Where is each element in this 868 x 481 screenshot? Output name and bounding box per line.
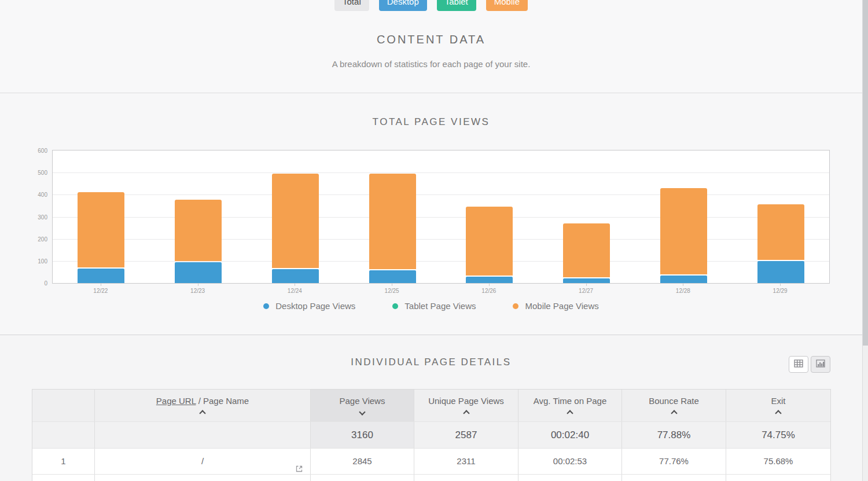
legend-item-mobile-page-views[interactable]: Mobile Page Views [513,301,598,311]
page-subtitle: A breakdown of statistics for each page … [0,59,862,69]
sort-desc-caret-icon [359,409,365,415]
bar-segment-desktop-page-views-12-22[interactable] [78,269,124,283]
column-header-page-views[interactable]: Page Views [311,390,414,421]
page-url-link[interactable]: / [201,456,204,466]
value-cell: 00:02:53 [518,449,622,474]
summary-cell: 77.88% [622,422,726,448]
value-cell: 2845 [311,449,414,474]
bar-segment-mobile-page-views-12-25[interactable] [369,174,416,269]
chart-plot [52,150,830,284]
bar-segment-mobile-page-views-12-24[interactable] [272,174,319,268]
value-cell: 68.72% [726,475,830,481]
y-axis-tick-label: 200 [22,236,47,243]
device-filter-bar: TotalDesktopTabletMobile [0,0,862,11]
column-header-index [32,390,95,421]
chart-view-button[interactable] [811,356,830,373]
device-filter-total[interactable]: Total [334,0,369,11]
gridline [53,261,829,262]
bar-segment-mobile-page-views-12-29[interactable] [757,204,804,259]
column-header-label: Avg. Time on Page [534,396,606,406]
sort-asc-caret-icon [463,410,469,416]
total-page-views-section: TOTAL PAGE VIEWS 0100200300400500600 12/… [0,93,862,335]
table-summary-row: 3160258700:02:4077.88%74.75% [32,422,830,449]
gridline [53,194,829,195]
device-filter-mobile[interactable]: Mobile [486,0,528,11]
page-url-cell: / [95,449,311,474]
table-view-button[interactable] [789,356,808,373]
device-filter-tablet[interactable]: Tablet [437,0,476,11]
bar-segment-desktop-page-views-12-24[interactable] [272,269,319,283]
x-axis-tick-label: 12/26 [440,288,538,294]
bar-segment-desktop-page-views-12-26[interactable] [466,277,513,283]
analytics-page: TotalDesktopTabletMobile CONTENT DATA A … [0,0,868,481]
device-filter-desktop[interactable]: Desktop [379,0,427,11]
bar-segment-mobile-page-views-12-27[interactable] [563,223,610,277]
column-header-unique-page-views[interactable]: Unique Page Views [414,390,518,421]
table-grid-icon [794,359,803,370]
row-index-cell: 2 [32,475,95,481]
row-index-cell: 1 [32,449,95,474]
y-axis-tick-label: 100 [22,258,47,265]
bar-segment-desktop-page-views-12-23[interactable] [175,262,222,283]
table-header-row: Page URL / Page NamePage ViewsUnique Pag… [32,390,830,422]
column-header-label: Page Views [340,396,385,406]
summary-cell: 3160 [311,422,414,448]
column-header-label: Unique Page Views [428,396,504,406]
details-title: INDIVIDUAL PAGE DETAILS [0,357,862,368]
column-header-exit[interactable]: Exit [726,390,830,421]
sort-asc-caret-icon [775,410,781,416]
scrollbar-thumb[interactable] [863,0,868,346]
value-cell: 88.89% [622,475,726,481]
gridline [53,239,829,240]
table-row: 2/locations18116200:00:5488.89%68.72% [32,475,830,481]
x-axis-tick [198,284,198,286]
x-axis-tick [780,284,781,286]
x-axis-tick [683,284,683,286]
x-axis-tick-label: 12/22 [52,288,149,294]
value-cell: 162 [414,475,518,481]
value-cell: 00:00:54 [518,475,622,481]
legend-dot [392,303,398,309]
y-axis-tick-label: 600 [22,148,47,154]
y-axis-tick-label: 400 [22,192,47,198]
value-cell: 181 [311,475,414,481]
external-link-icon[interactable] [295,457,303,465]
bar-segment-desktop-page-views-12-28[interactable] [660,276,707,283]
individual-page-details-section: INDIVIDUAL PAGE DETAILS [0,335,862,481]
bar-segment-mobile-page-views-12-23[interactable] [175,200,222,261]
column-header-label: Exit [771,396,785,406]
chart-title: TOTAL PAGE VIEWS [0,116,862,128]
legend-label: Tablet Page Views [404,301,476,311]
gridline [53,217,829,218]
column-header-bounce-rate[interactable]: Bounce Rate [622,390,726,421]
column-header-page-url-page-name[interactable]: Page URL / Page Name [95,390,311,421]
legend-item-desktop-page-views[interactable]: Desktop Page Views [263,301,355,311]
x-axis-tick [489,284,490,286]
y-axis-tick-label: 0 [22,280,47,287]
x-axis-tick-label: 12/25 [343,288,440,294]
bar-segment-desktop-page-views-12-29[interactable] [757,261,804,283]
column-header-avg-time-on-page[interactable]: Avg. Time on Page [518,390,622,421]
page-url-cell: /locations [95,475,311,481]
value-cell: 2311 [414,449,518,474]
gridline [53,172,829,173]
sort-asc-caret-icon [567,410,573,416]
x-axis-tick-label: 12/23 [149,288,247,294]
y-axis-tick-label: 300 [22,214,47,221]
y-axis-tick-label: 500 [22,170,47,176]
bar-segment-mobile-page-views-12-22[interactable] [78,192,124,267]
x-axis-tick-label: 12/27 [538,288,635,294]
table-row: 1/2845231100:02:5377.76%75.68% [32,449,830,475]
view-toggle-group [789,356,830,373]
legend-item-tablet-page-views[interactable]: Tablet Page Views [392,301,476,311]
bar-segment-desktop-page-views-12-27[interactable] [563,278,610,283]
bar-segment-mobile-page-views-12-28[interactable] [660,188,707,274]
sort-asc-caret-icon [671,410,677,416]
bar-segment-desktop-page-views-12-25[interactable] [369,270,416,283]
scrollbar-track[interactable] [863,0,868,481]
value-cell: 75.68% [726,449,830,474]
bar-segment-mobile-page-views-12-26[interactable] [466,207,513,275]
summary-cell [32,422,95,448]
page-url-sort-link[interactable]: Page URL [156,396,196,406]
summary-cell: 00:02:40 [518,422,622,448]
